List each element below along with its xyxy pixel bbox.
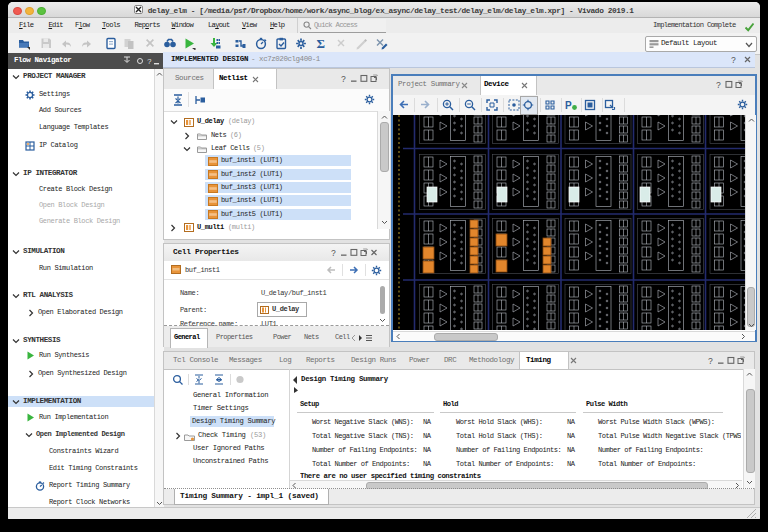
svg-text:P: P [565, 100, 572, 111]
svg-text:Σ: Σ [317, 36, 326, 50]
svg-text:?: ? [341, 75, 346, 84]
svg-text:?: ? [731, 56, 736, 65]
svg-text:?: ? [716, 81, 721, 90]
svg-text:?: ? [331, 249, 336, 258]
svg-text:?: ? [708, 357, 713, 366]
